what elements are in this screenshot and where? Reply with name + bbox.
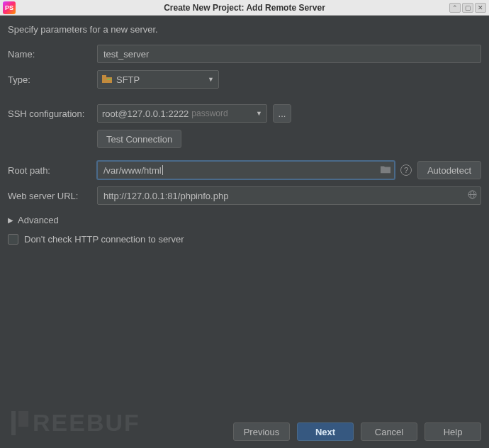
svg-rect-1 <box>102 75 106 78</box>
description-text: Specify parameters for a new server. <box>8 24 481 35</box>
next-button[interactable]: Next <box>297 422 354 441</box>
chevron-down-icon: ▼ <box>208 76 214 83</box>
row-test: Test Connection <box>8 130 481 148</box>
type-combobox[interactable]: SFTP ▼ <box>97 70 219 89</box>
ssh-browse-button[interactable]: ... <box>273 104 291 123</box>
dialog-footer: Previous Next Cancel Help <box>233 422 481 441</box>
triangle-right-icon: ▶ <box>8 216 13 224</box>
close-button[interactable]: ✕ <box>475 3 486 13</box>
folder-icon[interactable] <box>381 165 390 176</box>
advanced-toggle[interactable]: ▶ Advanced <box>8 215 59 225</box>
app-icon: PS <box>3 1 16 14</box>
autodetect-button[interactable]: Autodetect <box>417 161 481 179</box>
advanced-label: Advanced <box>18 215 59 225</box>
type-value: SFTP <box>116 74 140 85</box>
name-label: Name: <box>8 49 91 60</box>
globe-icon[interactable] <box>468 190 477 201</box>
test-connection-button[interactable]: Test Connection <box>97 130 181 148</box>
title-bar: PS Create New Project: Add Remote Server… <box>0 0 489 16</box>
ssh-host-value: root@127.0.0.1:2222 <box>102 108 189 119</box>
row-web-url: Web server URL: <box>8 186 481 205</box>
window-title: Create New Project: Add Remote Server <box>164 3 325 13</box>
dont-check-http-checkbox[interactable] <box>8 234 18 245</box>
watermark: REEBUF <box>11 409 140 437</box>
web-url-input[interactable] <box>97 186 481 205</box>
sftp-icon <box>102 75 112 84</box>
svg-rect-2 <box>107 79 111 80</box>
help-icon[interactable]: ? <box>400 164 412 176</box>
ssh-auth-hint: password <box>191 108 227 118</box>
cancel-button[interactable]: Cancel <box>361 422 417 441</box>
root-path-label: Root path: <box>8 165 91 176</box>
row-type: Type: SFTP ▼ <box>8 70 481 89</box>
type-label: Type: <box>8 74 91 85</box>
dont-check-http-label: Don't check HTTP connection to server <box>24 234 184 245</box>
dialog-content: Specify parameters for a new server. Nam… <box>0 16 489 245</box>
help-button[interactable]: Help <box>425 422 481 441</box>
web-url-label: Web server URL: <box>8 191 91 201</box>
minimize-button[interactable]: ⌃ <box>449 3 461 13</box>
row-root-path: Root path: /var/www/html ? Autodetect <box>8 161 481 179</box>
row-name: Name: <box>8 45 481 63</box>
chevron-down-icon: ▼ <box>256 110 262 117</box>
ssh-config-combobox[interactable]: root@127.0.0.1:2222 password ▼ <box>97 104 267 123</box>
dont-check-http-row: Don't check HTTP connection to server <box>8 234 481 245</box>
root-path-input[interactable]: /var/www/html <box>97 161 395 179</box>
text-caret <box>162 165 163 175</box>
previous-button[interactable]: Previous <box>233 422 290 441</box>
ssh-config-label: SSH configuration: <box>8 108 91 119</box>
row-ssh: SSH configuration: root@127.0.0.1:2222 p… <box>8 104 481 123</box>
maximize-button[interactable]: ▢ <box>462 3 473 13</box>
window-controls: ⌃ ▢ ✕ <box>449 3 486 13</box>
name-input[interactable] <box>97 45 481 63</box>
